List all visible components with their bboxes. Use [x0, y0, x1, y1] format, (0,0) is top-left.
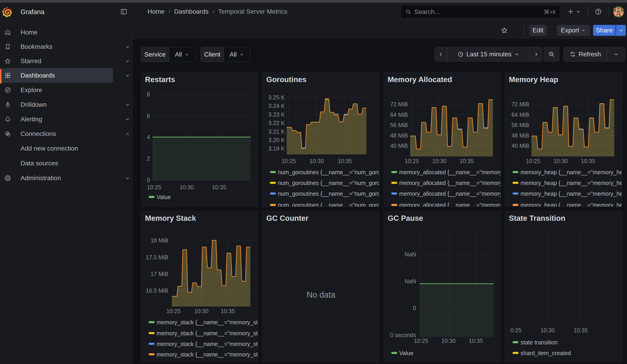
- svg-text:8: 8: [147, 91, 150, 98]
- svg-text:10:30: 10:30: [541, 327, 555, 333]
- svg-text:No data: No data: [307, 290, 336, 300]
- svg-text:10:25: 10:25: [282, 158, 296, 164]
- svg-text:10:30: 10:30: [554, 158, 568, 164]
- svg-text:40 MiB: 40 MiB: [511, 143, 529, 149]
- svg-text:3.22 K: 3.22 K: [268, 120, 285, 126]
- svg-text:10:35: 10:35: [338, 158, 352, 164]
- svg-text:0 seconds: 0 seconds: [390, 332, 416, 338]
- svg-text:10:30: 10:30: [432, 158, 447, 164]
- svg-text:num_goroutines {__name__="num_: num_goroutines {__name__="num_goroutines…: [278, 190, 379, 197]
- svg-text:num_goroutines {__name__="num_: num_goroutines {__name__="num_goroutines…: [278, 169, 379, 175]
- svg-text:6: 6: [147, 113, 150, 119]
- svg-text:17 MiB: 17 MiB: [151, 271, 168, 277]
- svg-text:10:35: 10:35: [460, 158, 474, 164]
- svg-text:shard_item_created: shard_item_created: [521, 350, 571, 356]
- svg-text:10:25: 10:25: [526, 158, 540, 164]
- svg-text:NaN: NaN: [405, 278, 416, 284]
- svg-text:3.25 K: 3.25 K: [268, 94, 285, 101]
- svg-text:num_goroutines {__name__="num_: num_goroutines {__name__="num_goroutines…: [278, 202, 379, 207]
- svg-text:memory_heap {__name__="memory_: memory_heap {__name__="memory_heap", ins…: [521, 190, 622, 197]
- svg-text:17.5 MiB: 17.5 MiB: [146, 254, 168, 260]
- svg-text:10:25: 10:25: [166, 308, 181, 314]
- svg-text:10:25: 10:25: [414, 338, 428, 344]
- svg-text:10:35: 10:35: [574, 327, 588, 333]
- svg-text:10:35: 10:35: [469, 338, 483, 344]
- svg-text:3.20 K: 3.20 K: [268, 137, 285, 143]
- svg-text:state transition: state transition: [521, 339, 558, 346]
- svg-text:3.19 K: 3.19 K: [268, 145, 285, 152]
- svg-text:4: 4: [147, 134, 150, 140]
- svg-text:Value: Value: [399, 350, 413, 356]
- svg-text:48 MiB: 48 MiB: [511, 132, 529, 139]
- svg-text:10:30: 10:30: [310, 158, 324, 164]
- svg-text:memory_stack {__name__="memory: memory_stack {__name__="memory_stack", i…: [157, 341, 258, 347]
- svg-text:3.21 K: 3.21 K: [268, 128, 285, 135]
- svg-text:10:25: 10:25: [507, 327, 522, 333]
- svg-text:NaN: NaN: [405, 251, 416, 258]
- svg-text:3.23 K: 3.23 K: [268, 111, 285, 118]
- svg-text:18 MiB: 18 MiB: [151, 237, 168, 244]
- svg-text:48 MiB: 48 MiB: [390, 132, 408, 139]
- svg-text:memory_allocated {__name__="me: memory_allocated {__name__="memory_alloc…: [399, 169, 501, 175]
- svg-text:memory_heap {__name__="memory_: memory_heap {__name__="memory_heap", ins…: [521, 202, 622, 207]
- svg-text:10:25: 10:25: [405, 158, 419, 164]
- svg-text:10:35: 10:35: [581, 158, 595, 164]
- svg-text:64 MiB: 64 MiB: [390, 111, 408, 118]
- svg-text:72 MiB: 72 MiB: [390, 101, 408, 107]
- svg-text:0: 0: [413, 305, 416, 311]
- svg-text:2: 2: [147, 155, 150, 162]
- svg-text:memory_stack {__name__="memory: memory_stack {__name__="memory_stack", i…: [157, 351, 258, 358]
- svg-text:memory_heap {__name__="memory_: memory_heap {__name__="memory_heap", ins…: [521, 180, 622, 186]
- svg-text:0: 0: [147, 177, 150, 183]
- svg-text:64 MiB: 64 MiB: [511, 111, 529, 118]
- svg-text:10:30: 10:30: [441, 338, 456, 344]
- svg-text:56 MiB: 56 MiB: [390, 122, 408, 128]
- svg-text:40 MiB: 40 MiB: [390, 143, 408, 149]
- svg-text:10:25: 10:25: [147, 184, 161, 190]
- svg-text:memory_allocated {__name__="me: memory_allocated {__name__="memory_alloc…: [399, 202, 501, 207]
- svg-text:num_goroutines {__name__="num_: num_goroutines {__name__="num_goroutines…: [278, 180, 379, 186]
- svg-text:72 MiB: 72 MiB: [511, 101, 529, 107]
- svg-text:memory_stack {__name__="memory: memory_stack {__name__="memory_stack", i…: [157, 330, 258, 336]
- svg-text:56 MiB: 56 MiB: [511, 122, 529, 128]
- svg-text:10:30: 10:30: [194, 308, 209, 314]
- svg-text:memory_allocated {__name__="me: memory_allocated {__name__="memory_alloc…: [399, 190, 501, 197]
- svg-text:10:35: 10:35: [212, 184, 226, 190]
- svg-text:memory_allocated {__name__="me: memory_allocated {__name__="memory_alloc…: [399, 180, 501, 186]
- svg-text:16.5 MiB: 16.5 MiB: [146, 287, 168, 294]
- svg-text:Value: Value: [157, 194, 171, 200]
- svg-text:10:35: 10:35: [221, 308, 235, 314]
- svg-text:3.24 K: 3.24 K: [268, 103, 285, 109]
- svg-text:memory_heap {__name__="memory_: memory_heap {__name__="memory_heap", ins…: [521, 169, 622, 175]
- svg-text:memory_stack {__name__="memory: memory_stack {__name__="memory_stack", i…: [157, 319, 258, 325]
- svg-text:10:30: 10:30: [180, 184, 194, 190]
